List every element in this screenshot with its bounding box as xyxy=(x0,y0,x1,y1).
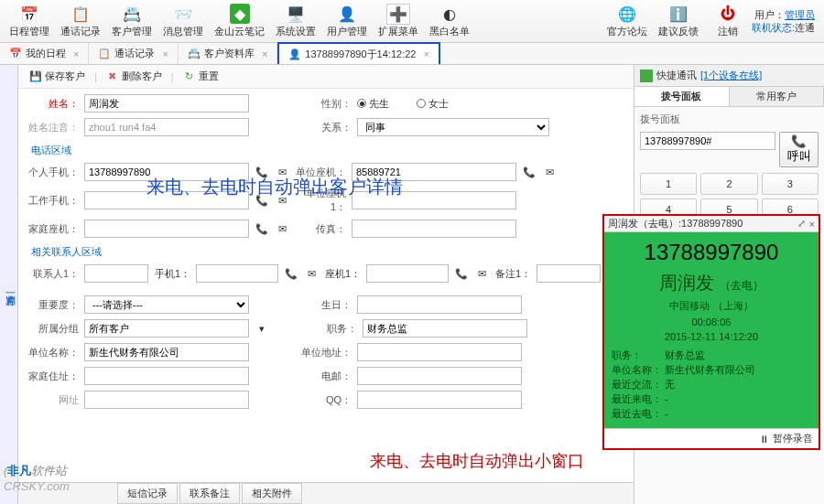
tb-schedule[interactable]: 📅日程管理 xyxy=(4,2,55,40)
job-input[interactable] xyxy=(363,319,527,338)
c-tel-input[interactable] xyxy=(366,264,449,283)
key-2[interactable]: 2 xyxy=(700,173,757,195)
email-input[interactable] xyxy=(357,367,522,385)
user-info: 用户：管理员 联机状态:连通 xyxy=(752,8,820,34)
close-icon[interactable]: × xyxy=(262,48,267,59)
name-input[interactable] xyxy=(84,94,249,113)
home-input[interactable] xyxy=(84,220,249,238)
tb-customer[interactable]: 📇客户管理 xyxy=(106,2,157,40)
email-label: 电邮： xyxy=(300,370,352,383)
call-icon[interactable]: 📞 xyxy=(454,266,469,281)
online-link[interactable]: [1个设备在线] xyxy=(700,69,762,82)
group-label: 所属分组 xyxy=(27,322,79,336)
right-title: 快捷通讯 xyxy=(656,69,697,82)
popup-time: 2015-12-11 14:12:20 xyxy=(612,331,811,342)
tb-cloud[interactable]: ◆金山云笔记 xyxy=(209,2,270,40)
c-note-label: 备注1： xyxy=(494,267,531,281)
tab-schedule[interactable]: 📅我的日程× xyxy=(0,43,89,64)
popup-carrier: 中国移动 （上海） xyxy=(612,299,811,313)
delete-button[interactable]: ✖删除客户 xyxy=(101,68,168,85)
customer-form: 姓名： 性别： 先生 女士 姓名注音： 关系： 同事 电话区域 个人手机： 📞✉… xyxy=(18,89,634,420)
sms-icon[interactable]: ✉ xyxy=(542,165,557,179)
tb-logout[interactable]: ⏻注销 xyxy=(704,2,752,40)
c-mobile-input[interactable] xyxy=(196,264,278,283)
c-name-label: 联系人1： xyxy=(27,267,79,281)
call-button[interactable]: 📞呼叫 xyxy=(779,132,819,167)
dial-title: 拨号面板 xyxy=(640,113,819,126)
chevron-down-icon[interactable]: ▾ xyxy=(255,321,269,336)
tab-calllog[interactable]: 📋通话记录× xyxy=(89,43,178,64)
call-icon[interactable]: 📞 xyxy=(522,165,537,179)
c-note-input[interactable] xyxy=(537,264,601,283)
sms-icon[interactable]: ✉ xyxy=(474,266,489,281)
addr-input[interactable] xyxy=(357,343,522,361)
section-phone: 电话区域 xyxy=(31,144,624,157)
tb-blacklist[interactable]: ◐黑白名单 xyxy=(424,2,475,40)
fax-input[interactable] xyxy=(352,220,516,238)
tb-feedback[interactable]: ℹ️建议反馈 xyxy=(653,2,704,40)
annotation-1: 来电、去电时自动弹出客户详情 xyxy=(146,175,403,199)
sidebar-customers[interactable]: 客户一览 xyxy=(0,65,18,504)
popup-close-icon[interactable]: × xyxy=(809,219,815,230)
fax-label: 传真： xyxy=(295,222,346,236)
c-name-input[interactable] xyxy=(84,264,148,283)
call-icon[interactable]: 📞 xyxy=(284,266,298,281)
doc-tabs: 📅我的日程× 📋通话记录× 📇客户资料库× 👤13788997890于14:12… xyxy=(0,43,824,65)
name-label: 姓名： xyxy=(27,97,79,111)
reset-button[interactable]: ↻重置 xyxy=(178,68,224,85)
qq-label: QQ： xyxy=(300,393,352,407)
relation-select[interactable]: 同事 xyxy=(357,118,549,136)
net-input[interactable] xyxy=(84,391,249,409)
tb-extend[interactable]: ➕扩展菜单 xyxy=(373,2,424,40)
tb-users[interactable]: 👤用户管理 xyxy=(321,2,373,40)
close-icon[interactable]: × xyxy=(73,48,79,59)
c-tel-label: 座机1： xyxy=(324,267,361,281)
qq-input[interactable] xyxy=(357,391,522,409)
tb-forum[interactable]: 🌐官方论坛 xyxy=(602,2,653,40)
haddr-input[interactable] xyxy=(84,367,249,385)
pause-rec-button[interactable]: 暂停录音 xyxy=(773,432,813,445)
tb-calllog[interactable]: 📋通话记录 xyxy=(55,2,106,40)
radio-female[interactable]: 女士 xyxy=(417,97,449,111)
tb-message[interactable]: 📨消息管理 xyxy=(157,2,209,40)
bday-input[interactable] xyxy=(357,295,522,314)
gender-label: 性别： xyxy=(300,97,352,111)
main-toolbar: 📅日程管理 📋通话记录 📇客户管理 📨消息管理 ◆金山云笔记 🖥️系统设置 👤用… xyxy=(0,0,824,43)
annotation-2: 来电、去电时自动弹出小窗口 xyxy=(370,450,584,472)
popup-number: 13788997890 xyxy=(612,240,811,265)
call-icon[interactable]: 📞 xyxy=(255,221,269,236)
rtab-freq[interactable]: 常用客户 xyxy=(730,87,825,106)
dial-input[interactable] xyxy=(640,132,775,150)
relation-label: 关系： xyxy=(300,121,352,134)
key-3[interactable]: 3 xyxy=(762,173,819,195)
sms-icon[interactable]: ✉ xyxy=(304,266,319,281)
popup-name: 周润发 （去电） xyxy=(612,271,811,295)
close-icon[interactable]: × xyxy=(162,48,168,59)
close-icon[interactable]: × xyxy=(423,48,428,59)
section-contact: 相关联系人区域 xyxy=(31,245,624,259)
call-popup: 周润发（去电）:13788997890 ⤢ × 13788997890 周润发 … xyxy=(602,214,820,450)
key-1[interactable]: 1 xyxy=(640,173,697,195)
popup-pin-icon[interactable]: ⤢ xyxy=(797,218,806,230)
save-button[interactable]: 💾保存客户 xyxy=(24,68,91,85)
btab-notes[interactable]: 联系备注 xyxy=(179,483,240,504)
bday-label: 生日： xyxy=(300,298,352,312)
tab-customers[interactable]: 📇客户资料库× xyxy=(179,43,277,64)
action-bar: 💾保存客户 | ✖删除客户 | ↻重置 xyxy=(18,65,634,89)
record-icon[interactable]: ⏸ xyxy=(759,434,769,445)
rtab-dial[interactable]: 拨号面板 xyxy=(634,87,730,106)
home-label: 家庭座机： xyxy=(27,222,79,236)
pinyin-input[interactable] xyxy=(84,118,249,136)
comp-input[interactable] xyxy=(84,343,249,361)
sms-icon[interactable]: ✉ xyxy=(275,221,289,236)
user-link[interactable]: 管理员 xyxy=(785,9,815,20)
tab-detail[interactable]: 👤13788997890于14:12:22× xyxy=(277,42,440,64)
comp-label: 单位名称： xyxy=(27,346,79,359)
tb-settings[interactable]: 🖥️系统设置 xyxy=(270,2,321,40)
btab-sms[interactable]: 短信记录 xyxy=(117,483,178,504)
btab-attach[interactable]: 相关附件 xyxy=(242,483,302,504)
imp-select[interactable]: ---请选择--- xyxy=(84,295,249,314)
radio-male[interactable]: 先生 xyxy=(357,97,389,111)
group-input[interactable] xyxy=(84,319,249,338)
c-mobile-label: 手机1： xyxy=(154,267,190,281)
